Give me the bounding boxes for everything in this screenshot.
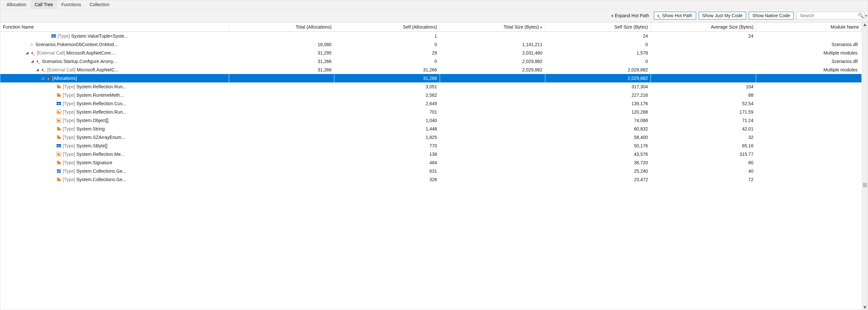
row-prefix: [Type] — [63, 151, 75, 157]
table-row[interactable]: [Type] System.String1,44860,83242.01 — [0, 125, 862, 133]
table-row[interactable]: [Type] System.Signature48438,72080 — [0, 159, 862, 167]
table-row[interactable]: [Type] System.Collections.Ge...32623,472… — [0, 175, 862, 184]
search-icon[interactable]: 🔍 — [857, 13, 865, 19]
cell-function-name: [Type] System.SZArrayEnum... — [0, 133, 229, 141]
col-total-size-label: Total Size (Bytes) — [503, 24, 539, 30]
table-row[interactable]: ▷Scenarios.PokemonDbContext.OnMod...18,0… — [0, 40, 862, 49]
cell-self-alloc: 31,266 — [334, 74, 440, 82]
cell-total-size — [440, 91, 545, 99]
cell-function-name: ◢♦⎯Scenarios.Startup.Configure.Anony... — [0, 57, 229, 66]
cell-module — [756, 133, 862, 141]
col-total-alloc[interactable]: Total (Allocations) — [229, 23, 334, 32]
show-native-code-label: Show Native Code — [752, 13, 790, 18]
table-row[interactable]: ◢♦⎯[External Call] Microsoft.AspNetC...3… — [0, 66, 862, 74]
search-dropdown-icon[interactable]: ▾ — [865, 14, 867, 18]
expander-icon[interactable]: ◿ — [41, 76, 44, 80]
table-row[interactable]: ◢♦⎯Scenarios.Startup.Configure.Anony...3… — [0, 57, 862, 66]
function-label: [Type] System.String — [63, 126, 105, 132]
col-avg-size[interactable]: Average Size (Bytes) — [651, 23, 756, 32]
tab-functions[interactable]: Functions — [57, 0, 86, 9]
cell-function-name: [Type] System.Object[] — [0, 116, 229, 125]
cell-function-name: [Type] System.ValueTuple<Syste... — [0, 32, 229, 40]
table-row[interactable]: ◢♦⎯[External Call] Microsoft.AspNetCore.… — [0, 49, 862, 57]
cell-module — [756, 159, 862, 167]
col-module-name[interactable]: Module Name — [756, 23, 862, 32]
vertical-scrollbar[interactable]: ⮝ ⮟ — [862, 23, 868, 310]
cell-total-alloc — [229, 74, 334, 82]
cell-module — [756, 125, 862, 133]
col-function-name[interactable]: Function Name — [0, 23, 229, 32]
cell-total-size — [440, 167, 545, 175]
sort-desc-icon: ▼ — [539, 26, 542, 29]
cell-total-alloc: 18,080 — [229, 40, 334, 49]
cell-self-size: 74,088 — [545, 116, 651, 125]
search-input[interactable] — [799, 12, 857, 19]
col-self-alloc[interactable]: Self (Allocations) — [334, 23, 440, 32]
table-row[interactable]: [Type] System.Reflection.Cus...2,649139,… — [0, 99, 862, 108]
cell-total-size — [440, 74, 545, 82]
cell-total-size — [440, 159, 545, 167]
tab-call-tree[interactable]: Call Tree — [31, 0, 57, 9]
show-just-my-code-button[interactable]: Show Just My Code — [699, 12, 746, 20]
show-native-code-button[interactable]: Show Native Code — [749, 12, 794, 20]
table-row[interactable]: [Type] System.Reflection.Me...13843,5763… — [0, 150, 862, 159]
cell-module — [756, 141, 862, 150]
table-row[interactable]: [Type] System.Reflection.Run...701120,28… — [0, 108, 862, 116]
cell-self-alloc: 0 — [334, 40, 440, 49]
table-row[interactable]: [Type] System.SByte[]77050,17665.16 — [0, 141, 862, 150]
scroll-down-icon[interactable]: ⮟ — [863, 305, 867, 309]
col-self-size[interactable]: Self Size (Bytes) — [545, 23, 651, 32]
cell-self-alloc: 0 — [334, 57, 440, 66]
cell-module — [756, 175, 862, 184]
interface-icon — [56, 169, 61, 174]
cell-avg-size: 42.01 — [651, 125, 756, 133]
table-row[interactable]: [Type] System.RuntimeMeth...2,582227,216… — [0, 91, 862, 99]
table-row[interactable]: [Type] System.Reflection.Run...3,051317,… — [0, 82, 862, 91]
class-icon — [56, 84, 61, 89]
cell-self-size: 43,576 — [545, 150, 651, 159]
function-label: [Type] System.Signature — [63, 160, 113, 165]
function-label: [Type] System.Reflection.Run... — [63, 84, 126, 89]
cell-avg-size: 52.54 — [651, 99, 756, 108]
scroll-thumb[interactable] — [863, 183, 867, 187]
scroll-track[interactable] — [862, 27, 868, 305]
function-label: [Type] System.Reflection.Me... — [63, 151, 124, 157]
cell-avg-size: 32 — [651, 133, 756, 141]
tab-allocation[interactable]: Allocation — [2, 0, 31, 9]
cell-total-alloc — [229, 150, 334, 159]
cell-module: Scenarios.dll — [756, 40, 862, 49]
call-tree-grid[interactable]: Function Name Total (Allocations) Self (… — [0, 23, 862, 310]
row-prefix: [Type] — [63, 177, 75, 182]
table-row[interactable]: [Type] System.Collections.Ge...63125,240… — [0, 167, 862, 175]
table-row[interactable]: [Type] System.SZArrayEnum...1,82558,4003… — [0, 133, 862, 141]
struct-icon — [51, 33, 56, 39]
cell-total-alloc — [229, 99, 334, 108]
grid-wrapper: Function Name Total (Allocations) Self (… — [0, 23, 868, 310]
show-hot-path-button[interactable]: ♦⎯ Show Hot Path — [654, 12, 696, 20]
table-body: [Type] System.ValueTuple<Syste...12424▷S… — [0, 32, 862, 184]
cell-function-name: ◿[Allocations] — [0, 74, 229, 82]
cell-self-alloc: 326 — [334, 175, 440, 184]
table-row[interactable]: ◿[Allocations]31,2662,029,882 — [0, 74, 862, 82]
expander-icon[interactable]: ◢ — [30, 59, 34, 63]
expander-icon[interactable]: ◢ — [35, 68, 39, 72]
cell-self-alloc: 484 — [334, 159, 440, 167]
col-total-size[interactable]: Total Size (Bytes)▼ — [440, 23, 545, 32]
search-box[interactable]: 🔍 ▾ — [796, 12, 864, 20]
expander-icon[interactable]: ◢ — [25, 50, 29, 55]
cell-total-alloc — [229, 82, 334, 91]
tab-collection[interactable]: Collection — [85, 0, 114, 9]
expand-hot-path-label: Expand Hot Path — [615, 13, 649, 18]
function-label: [Type] System.Collections.Ge... — [63, 169, 126, 174]
table-row[interactable]: [Type] System.Object[]1,04074,08871.24 — [0, 116, 862, 125]
cell-self-size: 0 — [545, 40, 651, 49]
expander-icon[interactable]: ▷ — [30, 42, 34, 46]
cell-self-alloc: 1,448 — [334, 125, 440, 133]
scroll-up-icon[interactable]: ⮝ — [863, 23, 867, 27]
expand-hot-path-link[interactable]: ♦ Expand Hot Path — [609, 12, 651, 19]
cell-total-alloc — [229, 116, 334, 125]
toolbar: ♦ Expand Hot Path ♦⎯ Show Hot Path Show … — [0, 9, 868, 23]
cell-total-size — [440, 82, 545, 91]
cell-total-alloc — [229, 141, 334, 150]
table-row[interactable]: [Type] System.ValueTuple<Syste...12424 — [0, 32, 862, 40]
